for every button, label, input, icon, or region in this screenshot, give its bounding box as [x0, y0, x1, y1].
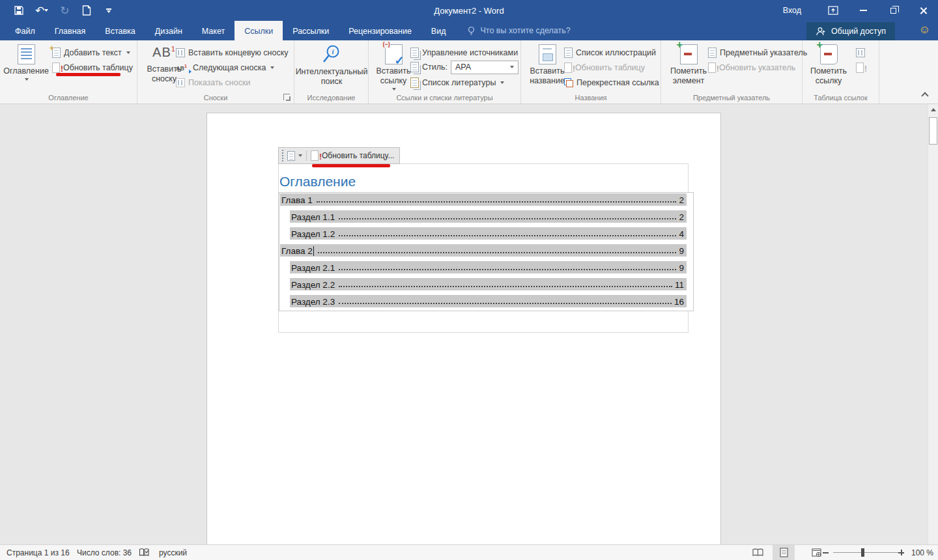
smart-lookup-button[interactable]: i Интеллектуальный поиск [297, 44, 366, 87]
toc-field-selection: Глава 1 2 Раздел 1.1 2 Раздел 1.2 4 Глав… [279, 192, 694, 311]
zoom-out-button[interactable] [823, 545, 829, 560]
toc-entry[interactable]: Раздел 2.1 9 [290, 261, 687, 273]
tab-home[interactable]: Главная [45, 21, 96, 40]
share-button[interactable]: Общий доступ [806, 22, 895, 40]
table-of-figures-icon [564, 48, 573, 58]
tab-layout[interactable]: Макет [192, 21, 234, 40]
show-notes-button-disabled[interactable]: Показать сноски [176, 76, 250, 90]
scrollbar-thumb[interactable] [929, 117, 937, 145]
cross-reference-label: Перекрестная ссылка [576, 78, 659, 87]
vertical-scrollbar[interactable] [928, 104, 938, 544]
toc-entry-page: 16 [674, 297, 684, 307]
group-label-toa: Таблица ссылок [803, 94, 879, 102]
page-indicator[interactable]: Страница 1 из 16 [7, 545, 70, 560]
update-table-of-authorities-button-disabled[interactable] [856, 61, 864, 75]
bibliography-button[interactable]: Список литературы [410, 76, 504, 90]
scrollbar-up-button[interactable] [928, 104, 938, 115]
manage-sources-button[interactable]: Управление источниками [410, 46, 518, 60]
mark-citation-button[interactable]: Пометить ссылку [808, 44, 849, 86]
save-icon [14, 5, 24, 16]
tab-insert[interactable]: Вставка [95, 21, 145, 40]
undo-button[interactable]: ↶ [35, 3, 48, 18]
tab-view[interactable]: Вид [421, 21, 456, 40]
cross-reference-button[interactable]: Перекрестная ссылка [564, 76, 659, 90]
table-of-contents-button[interactable]: Оглавление [5, 44, 47, 81]
redo-button-disabled[interactable]: ↻ [59, 3, 70, 18]
undo-caret-icon [44, 9, 48, 12]
next-footnote-icon: АВ1 [176, 64, 187, 72]
update-table-of-authorities-icon [856, 63, 864, 73]
add-text-button[interactable]: Добавить текст [52, 46, 130, 60]
proofing-status-button[interactable] [139, 545, 150, 560]
mark-entry-button[interactable]: Пометить элемент [668, 44, 709, 86]
zoom-out-icon [823, 552, 829, 553]
print-layout-view-button-active[interactable] [773, 545, 795, 560]
update-figures-table-button-disabled[interactable]: Обновить таблицу [564, 61, 645, 75]
toc-heading: Оглавление [279, 174, 356, 189]
document-page: Обновить таблицу... Оглавление Глава 1 2… [206, 113, 721, 544]
word-window: ↶ ↻ Документ2 - Word Вход Файл Главная В… [0, 0, 938, 560]
ribbon-tab-row: Файл Главная Вставка Дизайн Макет Ссылки… [0, 21, 938, 40]
insert-table-of-authorities-button[interactable] [856, 46, 865, 60]
toc-entry[interactable]: Раздел 1.1 2 [290, 210, 687, 223]
web-layout-icon [812, 548, 821, 557]
minimize-button[interactable] [848, 0, 878, 21]
update-index-button-disabled[interactable]: Обновить указатель [708, 61, 795, 75]
new-document-button[interactable] [81, 3, 92, 18]
group-research: i Интеллектуальный поиск Исследование [294, 40, 369, 104]
dot-leader [339, 269, 676, 270]
add-text-icon [52, 48, 61, 58]
toc-entry[interactable]: Раздел 1.2 4 [290, 227, 687, 240]
update-figures-table-icon [564, 63, 572, 73]
toc-entry[interactable]: Глава 1 2 [280, 193, 687, 206]
restore-button[interactable] [878, 0, 908, 21]
style-dropdown[interactable]: APA [451, 61, 519, 74]
toc-entry-page: 2 [679, 212, 684, 222]
sign-in-link[interactable]: Вход [783, 6, 801, 15]
toc-entry[interactable]: Глава 2 9 [280, 244, 687, 257]
read-mode-view-button[interactable] [746, 545, 769, 560]
insert-index-button[interactable]: Предметный указатель [708, 46, 807, 60]
insert-table-of-figures-button[interactable]: Список иллюстраций [564, 46, 656, 60]
toc-entry[interactable]: Раздел 2.3 16 [290, 295, 687, 307]
update-table-control-button[interactable]: Обновить таблицу... [311, 150, 394, 161]
feedback-smiley-icon[interactable]: ☺ [919, 24, 930, 35]
tab-design[interactable]: Дизайн [145, 21, 192, 40]
toc-entry-title: Раздел 1.1 [291, 212, 335, 222]
tab-references-active[interactable]: Ссылки [234, 21, 283, 40]
toc-entry-title: Раздел 2.2 [291, 280, 335, 290]
zoom-slider-handle[interactable] [861, 548, 864, 557]
collapse-ribbon-chevron-icon[interactable] [921, 92, 928, 99]
ribbon-display-options-button[interactable] [818, 0, 848, 21]
quick-access-toolbar: ↶ ↻ [13, 0, 115, 21]
word-count[interactable]: Число слов: 36 [77, 545, 132, 560]
group-label-toc: Оглавление [0, 94, 137, 102]
language-indicator[interactable]: русский [159, 545, 187, 560]
cross-reference-icon [564, 78, 573, 87]
tab-file[interactable]: Файл [5, 21, 45, 40]
cc-tab-divider [306, 150, 307, 161]
bibliography-icon [410, 77, 419, 88]
close-button[interactable] [908, 0, 938, 21]
zoom-slider-track[interactable] [833, 552, 898, 553]
toc-entry[interactable]: Раздел 2.2 11 [290, 278, 687, 290]
toc-caret-icon [25, 78, 29, 81]
toc-button-label: Оглавление [3, 66, 49, 76]
toc-big-icon [18, 44, 35, 64]
document-area: Обновить таблицу... Оглавление Глава 1 2… [0, 104, 938, 544]
zoom-level[interactable]: 100 % [911, 545, 933, 560]
drag-handle-icon[interactable] [282, 150, 283, 161]
manage-sources-label: Управление источниками [422, 48, 518, 57]
tab-review[interactable]: Рецензирование [339, 21, 421, 40]
insert-citation-button[interactable]: Вставить ссылку [375, 44, 412, 91]
zoom-in-button[interactable] [898, 545, 904, 560]
save-button[interactable] [13, 3, 25, 18]
insert-caption-button[interactable]: Вставить название [529, 44, 565, 86]
toc-menu-button[interactable] [287, 151, 302, 161]
print-layout-icon [780, 548, 788, 557]
customize-qat-button[interactable] [103, 3, 115, 18]
tab-mailings[interactable]: Рассылки [283, 21, 339, 40]
tell-me-box[interactable]: Что вы хотите сделать? [467, 21, 570, 40]
insert-endnote-button[interactable]: Вставить концевую сноску [176, 46, 289, 60]
next-footnote-button[interactable]: АВ1 Следующая сноска [176, 61, 274, 75]
